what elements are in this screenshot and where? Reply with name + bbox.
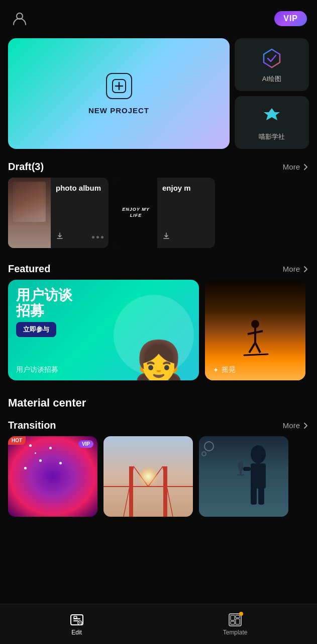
new-project-icon xyxy=(106,73,132,99)
draft-more-btn[interactable]: More xyxy=(283,163,309,171)
template-nav-label: Template xyxy=(223,629,248,636)
ai-drawing-label: AI绘图 xyxy=(262,74,281,84)
app-header: VIP xyxy=(0,0,317,33)
svg-point-15 xyxy=(251,445,266,463)
ai-drawing-icon xyxy=(260,46,284,70)
featured-card-user-interview[interactable]: 用户访谈招募 立即参与 👧 用户访谈招募 xyxy=(8,280,199,380)
draft-menu-dots[interactable] xyxy=(92,236,103,238)
transition-scroll: HOT VIP xyxy=(0,436,317,567)
draft-title-photo: photo album xyxy=(56,184,103,192)
featured-title: Featured xyxy=(8,263,50,275)
template-notification-dot xyxy=(239,612,243,616)
new-project-card[interactable]: NEW PROJECT xyxy=(8,38,230,149)
svg-line-9 xyxy=(244,354,268,355)
featured-shake-label: ✦ 摇晃 xyxy=(213,365,236,374)
svg-rect-21 xyxy=(240,470,242,474)
svg-line-7 xyxy=(249,343,255,353)
new-project-label: NEW PROJECT xyxy=(88,106,149,115)
featured-join-btn[interactable]: 立即参与 xyxy=(16,322,56,337)
svg-rect-29 xyxy=(236,619,240,624)
transition-title: Transition xyxy=(8,420,56,431)
featured-section-header: Featured More xyxy=(0,256,317,280)
svg-point-4 xyxy=(251,320,259,328)
draft-download-icon xyxy=(56,232,64,242)
vip-badge[interactable]: VIP xyxy=(274,11,307,26)
svg-rect-27 xyxy=(231,615,235,620)
svg-rect-28 xyxy=(236,615,240,618)
quick-action-ai-drawing[interactable]: AI绘图 xyxy=(235,38,309,91)
top-section: NEW PROJECT AI绘图 xyxy=(0,33,317,154)
transition-more-btn[interactable]: More xyxy=(283,421,309,430)
transition-section-header: Transition More xyxy=(0,413,317,436)
svg-rect-24 xyxy=(74,616,77,618)
transition-card-silhouette[interactable] xyxy=(199,436,288,517)
material-center-title: Material center xyxy=(0,388,317,413)
draft-title-enjoy: enjoy m xyxy=(162,184,210,192)
draft-title: Draft(3) xyxy=(8,161,44,173)
svg-rect-22 xyxy=(237,474,244,475)
draft-download-icon-2 xyxy=(162,232,170,242)
svg-rect-30 xyxy=(231,621,235,624)
svg-rect-20 xyxy=(238,462,243,471)
nav-item-edit[interactable]: Edit xyxy=(55,609,99,640)
featured-card-shake[interactable]: ✦ 摇晃 xyxy=(205,280,305,380)
bottom-nav: Edit Template xyxy=(0,604,317,644)
edit-nav-label: Edit xyxy=(71,629,82,636)
svg-line-13 xyxy=(163,466,173,517)
avatar-icon[interactable] xyxy=(10,9,29,28)
transition-card-bridge[interactable] xyxy=(103,436,193,517)
draft-section-header: Draft(3) More xyxy=(0,154,317,178)
hot-badge: HOT xyxy=(8,436,26,445)
template-nav-icon xyxy=(228,613,242,627)
vip-badge-small: VIP xyxy=(78,440,93,448)
svg-rect-16 xyxy=(251,463,266,489)
draft-item-photo-album[interactable]: photo album xyxy=(8,178,109,248)
featured-more-btn[interactable]: More xyxy=(283,265,309,273)
edit-nav-icon xyxy=(70,613,84,627)
svg-line-12 xyxy=(124,466,134,517)
transition-card-space[interactable]: HOT VIP xyxy=(8,436,97,517)
draft-scroll: photo album xyxy=(0,178,317,256)
draft-item-enjoy[interactable]: ENJOY MY LIFE enjoy m xyxy=(115,178,215,248)
film-academy-icon xyxy=(260,104,284,128)
svg-rect-17 xyxy=(251,487,257,505)
quick-action-film-academy[interactable]: 喵影学社 xyxy=(235,96,309,149)
nav-item-template[interactable]: Template xyxy=(208,609,263,640)
svg-rect-19 xyxy=(243,467,251,471)
featured-sub-label: 用户访谈招募 xyxy=(16,365,58,374)
svg-line-8 xyxy=(255,343,260,353)
quick-actions: AI绘图 喵影学社 xyxy=(235,38,309,149)
featured-scroll: 用户访谈招募 立即参与 👧 用户访谈招募 xyxy=(0,280,317,388)
film-academy-label: 喵影学社 xyxy=(259,132,285,141)
svg-rect-18 xyxy=(258,487,264,505)
